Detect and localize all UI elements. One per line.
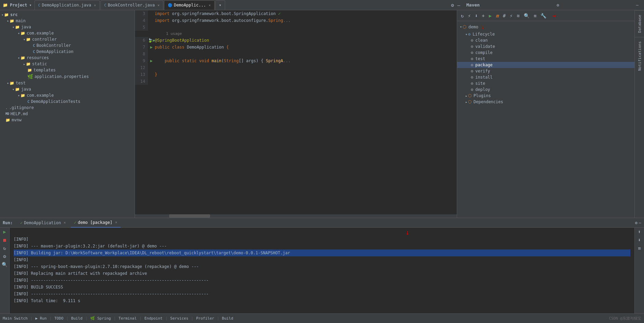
leaf-gutter-icon[interactable]: 🍃: [148, 37, 153, 44]
maven-item-clean[interactable]: ⚙ clean: [457, 37, 634, 43]
run-search-icon[interactable]: 🔍: [2, 262, 8, 267]
run-rerun-icon[interactable]: ↻: [3, 245, 6, 251]
status-terminal[interactable]: Terminal: [119, 316, 137, 321]
maven-settings-icon[interactable]: ⚙: [557, 3, 559, 8]
scroll-to-bottom-icon[interactable]: ⬇: [638, 237, 641, 243]
maven-play-icon[interactable]: ▶: [488, 13, 493, 19]
right-tab-notifications[interactable]: Notifications: [635, 37, 644, 75]
tree-item-main[interactable]: ▾ 📁 main: [0, 18, 135, 24]
tree-arrow[interactable]: ▾: [18, 56, 20, 60]
horizontal-scrollbar[interactable]: [135, 214, 457, 218]
maven-item-site[interactable]: ⚙ site: [457, 80, 634, 86]
tree-item-gitignore[interactable]: . .gitignore: [0, 105, 135, 111]
maven-item-verify[interactable]: ⚙ verify: [457, 68, 634, 74]
maven-arrow-demo[interactable]: ▾: [460, 25, 462, 29]
maven-wrench-icon[interactable]: 🔧: [539, 13, 547, 19]
run-gutter-icon2[interactable]: ▶: [150, 44, 152, 51]
maven-item-compile[interactable]: ⚙ compile: [457, 50, 634, 56]
status-profiler[interactable]: Profiler: [196, 316, 214, 321]
maven-item-test[interactable]: ⚙ test: [457, 56, 634, 62]
tree-arrow[interactable]: ▾: [18, 31, 20, 35]
maven-arrow-dependencies[interactable]: ▸: [465, 100, 467, 104]
tree-arrow[interactable]: ▾: [1, 13, 3, 17]
status-main-switch[interactable]: Main Switch: [3, 316, 28, 321]
tab-more[interactable]: ▾: [215, 0, 225, 10]
run-stop-icon[interactable]: ■: [3, 237, 6, 243]
maven-arrow-plugins[interactable]: ▸: [465, 94, 467, 98]
maven-item-lifecycle[interactable]: ▾ ⚙ Lifecycle: [457, 31, 634, 37]
maven-item-install[interactable]: ⚙ install: [457, 74, 634, 80]
bottom-settings-icon[interactable]: ⚙: [635, 220, 638, 225]
status-build[interactable]: Build: [71, 316, 82, 321]
scroll-to-top-icon[interactable]: ⬆: [638, 229, 641, 234]
maven-item-plugins[interactable]: ▸ ⬡ Plugins: [457, 93, 634, 99]
status-endpoint[interactable]: Endpoint: [145, 316, 163, 321]
tree-item-application-properties[interactable]: 🌿 application.properties: [0, 73, 135, 80]
tree-item-static[interactable]: ▸ 📁 static: [0, 61, 135, 67]
tab-close-icon[interactable]: ×: [94, 3, 96, 7]
tree-arrow[interactable]: ▾: [12, 88, 14, 91]
dropdown-arrow-icon[interactable]: ▾: [29, 3, 32, 8]
run-settings-icon[interactable]: ⚙: [3, 254, 6, 259]
maven-item-demo[interactable]: ▾ ⬡ demo ↓: [457, 23, 634, 31]
status-services[interactable]: Services: [170, 316, 188, 321]
maven-close-icon[interactable]: —: [636, 3, 639, 8]
status-run[interactable]: ▶ Run: [35, 316, 46, 321]
maven-search-icon[interactable]: 🔍: [523, 13, 531, 19]
tab-demo-application[interactable]: C DemoApplication.java ×: [35, 0, 100, 10]
maven-add-icon[interactable]: +: [481, 13, 485, 19]
bottom-tab-demo-package[interactable]: ✓ demo [package] ×: [71, 218, 121, 228]
maven-item-deploy[interactable]: ⚙ deploy: [457, 86, 634, 93]
run-play-icon[interactable]: ▶: [3, 229, 6, 234]
tab-close-icon3[interactable]: ×: [209, 3, 211, 7]
tree-item-test-java[interactable]: ▾ 📁 java: [0, 86, 135, 92]
tree-item-help-md[interactable]: MD HELP.md: [0, 111, 135, 117]
tree-item-com-example[interactable]: ▾ 📁 com.example: [0, 30, 135, 36]
close-tab-icon[interactable]: ×: [64, 221, 66, 225]
tab-close-icon2[interactable]: ×: [157, 3, 160, 7]
tab-demo-applic[interactable]: 🔵 DemoApplic... ×: [164, 0, 215, 10]
bottom-minimize-icon[interactable]: —: [639, 220, 641, 225]
tree-arrow[interactable]: ▸: [23, 62, 25, 66]
maven-item-validate[interactable]: ⚙ validate: [457, 43, 634, 50]
tree-arrow[interactable]: ▾: [7, 81, 9, 85]
maven-refresh-icon[interactable]: ↻: [460, 13, 465, 19]
run-gutter-icon3[interactable]: ▶: [150, 57, 152, 64]
maven-hash-icon[interactable]: #: [502, 13, 507, 19]
status-build2[interactable]: Build: [222, 316, 233, 321]
tree-item-test-com-example[interactable]: ▾ 📁 com.example: [0, 92, 135, 98]
tab-book-controller[interactable]: C BookController.java ×: [100, 0, 163, 10]
tree-item-demo-application-tests[interactable]: C DemoApplicationTests: [0, 98, 135, 105]
tree-item-java[interactable]: ▾ 📁 java: [0, 24, 135, 30]
maven-menu-icon[interactable]: ≡: [533, 13, 537, 19]
tree-item-resources[interactable]: ▾ 📁 resources: [0, 55, 135, 61]
tree-item-src[interactable]: ▾ 📁 src: [0, 12, 135, 18]
tree-item-mvnw[interactable]: 📁 mvnw: [0, 117, 135, 123]
status-spring[interactable]: 🌿 Spring: [90, 316, 111, 321]
tree-arrow[interactable]: ▾: [18, 94, 20, 97]
filter-icon[interactable]: ≡: [638, 245, 641, 251]
tree-arrow[interactable]: ▾: [23, 38, 25, 41]
tree-item-test[interactable]: ▾ 📁 test: [0, 80, 135, 86]
tree-item-templates[interactable]: 📁 templates: [0, 67, 135, 73]
close-tab-icon2[interactable]: ×: [115, 220, 117, 224]
tree-item-book-controller[interactable]: C BookController: [0, 42, 135, 49]
maven-item-dependencies[interactable]: ▸ ⬡ Dependencies: [457, 99, 634, 105]
settings-icon[interactable]: ⚙: [450, 2, 454, 9]
maven-m-icon[interactable]: m: [495, 13, 499, 19]
scrollbar-thumb[interactable]: [169, 214, 210, 218]
maven-run-icon[interactable]: ⚡: [467, 13, 471, 19]
maven-item-package[interactable]: ⚙ package: [457, 62, 634, 68]
tree-arrow[interactable]: ▾: [7, 19, 9, 23]
tree-item-controller[interactable]: ▾ 📁 controller: [0, 36, 135, 42]
maven-arrow-lifecycle[interactable]: ▾: [465, 32, 467, 36]
maven-download-icon[interactable]: ⬇: [474, 13, 479, 19]
tree-arrow[interactable]: ▾: [12, 25, 14, 29]
maven-lines-icon[interactable]: ≋: [516, 13, 521, 19]
maven-bolt-icon[interactable]: ⚡: [509, 13, 513, 19]
bottom-tab-demo-application[interactable]: ✓ DemoApplication ×: [17, 218, 69, 228]
right-tab-database[interactable]: Database: [635, 10, 644, 37]
status-todo[interactable]: TODO: [54, 316, 64, 321]
tree-item-demo-application[interactable]: C DemoApplication: [0, 49, 135, 55]
minimize-icon[interactable]: —: [457, 2, 461, 9]
